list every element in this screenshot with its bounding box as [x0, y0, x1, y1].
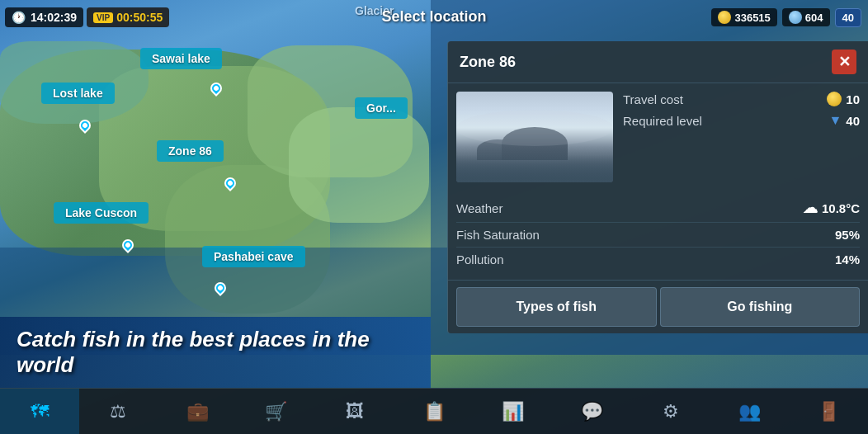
nav-tackle[interactable]: 💼	[158, 389, 237, 434]
location-zone-86[interactable]: Zone 86	[157, 140, 224, 162]
fish-saturation-row: Fish Saturation 95%	[456, 223, 860, 248]
go-fishing-button[interactable]: Go fishing	[660, 287, 861, 327]
time-display: 🕐 14:02:39	[5, 7, 83, 27]
gems-value: 604	[805, 12, 823, 24]
vip-badge: VIP	[93, 12, 113, 23]
zone-header: Zone 86 ✕	[448, 41, 868, 83]
balance-nav-icon: ⚖	[110, 401, 126, 422]
level-diamond-icon: ▼	[828, 113, 842, 128]
travel-cost-number: 10	[846, 92, 860, 106]
nav-chat[interactable]: 💬	[552, 389, 631, 434]
zone-image	[456, 92, 613, 182]
travel-cost-coin-icon	[827, 92, 842, 106]
fish-saturation-value: 95%	[835, 228, 860, 242]
bottom-nav: 🗺 ⚖ 💼 🛒 🖼 📋 📊 💬 ⚙ 👥 🚪	[0, 388, 868, 434]
fish-saturation-label: Fish Saturation	[456, 228, 540, 242]
nav-exit[interactable]: 🚪	[789, 389, 868, 434]
nav-shop[interactable]: 🛒	[237, 389, 316, 434]
weather-label: Weather	[456, 201, 502, 215]
tasks-nav-icon: 📋	[423, 401, 446, 422]
weather-icon: ☁	[803, 199, 818, 217]
stats-nav-icon: 📊	[502, 401, 524, 422]
travel-cost-value: 10	[827, 92, 860, 106]
required-level-row: Required level ▼ 40	[623, 113, 860, 128]
location-lake-cuscon[interactable]: Lake Cuscon	[54, 202, 149, 224]
coin-icon	[718, 11, 731, 24]
level-badge: 40	[835, 8, 861, 27]
nav-stats[interactable]: 📊	[474, 389, 553, 434]
weather-temp: 10.8°C	[822, 201, 860, 215]
map-nav-icon: 🗺	[31, 401, 49, 422]
required-level-label: Required level	[623, 114, 702, 128]
chat-nav-icon: 💬	[581, 401, 603, 422]
tackle-nav-icon: 💼	[186, 401, 209, 422]
nav-map[interactable]: 🗺	[0, 389, 79, 434]
nav-tasks[interactable]: 📋	[394, 389, 474, 434]
gem-icon	[789, 11, 802, 24]
action-buttons: Types of fish Go fishing	[448, 280, 868, 333]
coins-value: 336515	[734, 12, 770, 24]
location-pashabei-cave[interactable]: Pashabei cave	[202, 246, 305, 267]
shop-nav-icon: 🛒	[265, 401, 287, 422]
friends-nav-icon: 👥	[738, 401, 761, 422]
exit-nav-icon: 🚪	[818, 401, 840, 422]
banner-text: Catch fish in the best places in the wor…	[17, 327, 370, 377]
zone-details: Weather ☁ 10.8°C Fish Saturation 95% Pol…	[448, 191, 868, 280]
required-level-number: 40	[846, 114, 860, 128]
vip-countdown: 00:50:55	[116, 11, 163, 24]
nav-settings[interactable]: ⚙	[631, 389, 710, 434]
vip-timer: VIP 00:50:55	[87, 7, 169, 27]
location-gor[interactable]: Gor...	[355, 97, 408, 119]
pollution-label: Pollution	[456, 252, 504, 267]
zone-content: Travel cost 10 Required level ▼ 40	[448, 83, 868, 191]
nav-balance[interactable]: ⚖	[79, 389, 158, 434]
clock-icon: 🕐	[12, 11, 26, 24]
zone-title: Zone 86	[460, 54, 516, 71]
gallery-nav-icon: 🖼	[346, 401, 364, 422]
required-level-value: ▼ 40	[828, 113, 860, 128]
zone-stats: Travel cost 10 Required level ▼ 40	[623, 92, 860, 182]
close-button[interactable]: ✕	[832, 50, 856, 74]
nav-friends[interactable]: 👥	[710, 389, 790, 434]
coins-badge: 336515	[711, 8, 776, 26]
settings-nav-icon: ⚙	[663, 401, 679, 422]
gems-badge: 604	[782, 8, 830, 26]
pollution-value: 14%	[835, 252, 860, 267]
nav-gallery[interactable]: 🖼	[316, 389, 395, 434]
travel-cost-label: Travel cost	[623, 92, 683, 106]
travel-cost-row: Travel cost 10	[623, 92, 860, 106]
types-of-fish-button[interactable]: Types of fish	[456, 287, 657, 327]
select-location-title: Select location	[381, 8, 486, 26]
time-text: 14:02:39	[31, 11, 77, 24]
header: 🕐 14:02:39 VIP 00:50:55 Select location …	[0, 0, 868, 35]
currency-display: 336515 604 40	[711, 8, 861, 27]
bottom-banner: Catch fish in the best places in the wor…	[0, 317, 431, 388]
weather-value: ☁ 10.8°C	[803, 199, 860, 217]
location-sawai-lake[interactable]: Sawai lake	[140, 48, 222, 69]
pollution-row: Pollution 14%	[456, 248, 860, 271]
location-lost-lake[interactable]: Lost lake	[41, 83, 115, 104]
zone-panel: Zone 86 ✕ Travel cost 10 Required level	[447, 41, 868, 333]
weather-row: Weather ☁ 10.8°C	[456, 194, 860, 223]
